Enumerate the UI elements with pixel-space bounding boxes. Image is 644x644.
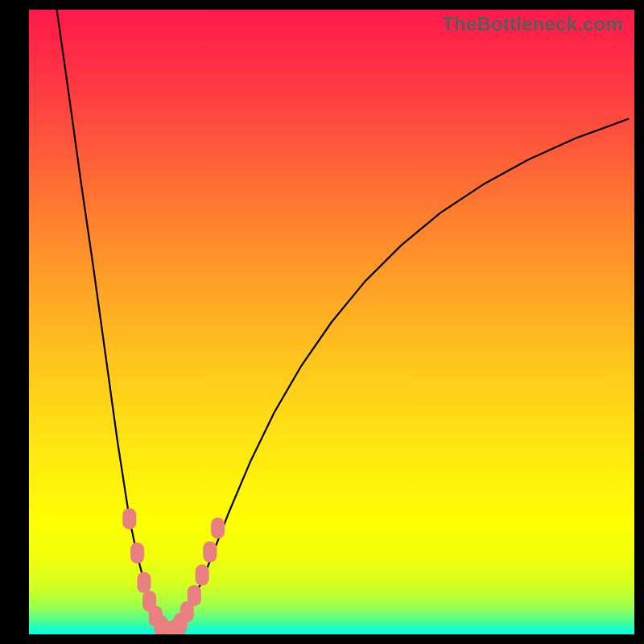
data-marker [203, 542, 217, 563]
chart-svg [29, 10, 634, 634]
data-marker [211, 518, 225, 539]
curve-left-branch [57, 10, 167, 634]
plot-area: TheBottleneck.com [29, 10, 634, 634]
data-marker [137, 572, 151, 593]
chart-frame: TheBottleneck.com [0, 0, 644, 644]
curve-right-branch [167, 119, 629, 634]
marker-group [122, 508, 225, 634]
data-marker [122, 508, 136, 529]
data-marker [188, 585, 201, 606]
data-marker [130, 543, 144, 564]
data-marker [196, 564, 209, 585]
